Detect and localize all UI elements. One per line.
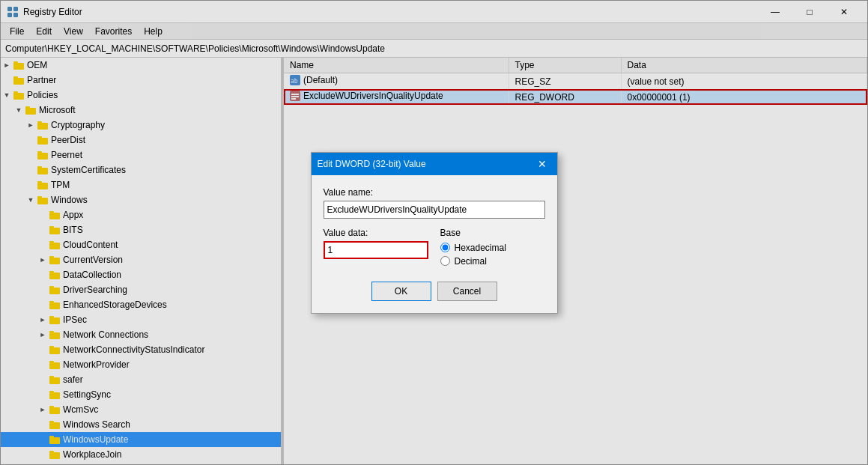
cancel-button[interactable]: Cancel [437,282,497,301]
edit-dword-dialog: Edit DWORD (32-bit) Value ✕ Value name: … [311,152,558,314]
value-data-label: Value data: [324,228,428,238]
value-name-label: Value name: [324,187,545,198]
dialog-title: Edit DWORD (32-bit) Value [318,159,533,169]
value-data-section: Value data: [324,228,428,270]
decimal-radio[interactable] [440,256,450,266]
value-data-input[interactable] [324,241,428,259]
value-base-row: Value data: Base Hexadecimal Decimal [324,228,545,270]
hexadecimal-label: Hexadecimal [455,243,506,253]
ok-button[interactable]: OK [371,282,431,301]
base-label: Base [440,228,545,238]
hexadecimal-radio[interactable] [440,243,450,252]
dialog-buttons: OK Cancel [324,282,545,301]
value-name-input[interactable] [324,201,545,219]
base-section: Base Hexadecimal Decimal [440,228,545,270]
hexadecimal-option: Hexadecimal [440,243,545,253]
dialog-title-bar: Edit DWORD (32-bit) Value ✕ [312,153,557,175]
decimal-option: Decimal [440,256,545,267]
dialog-body: Value name: Value data: Base Hexadecimal… [312,175,557,313]
modal-overlay: Edit DWORD (32-bit) Value ✕ Value name: … [0,0,868,465]
dialog-close-button[interactable]: ✕ [533,155,551,173]
decimal-label: Decimal [455,256,487,267]
